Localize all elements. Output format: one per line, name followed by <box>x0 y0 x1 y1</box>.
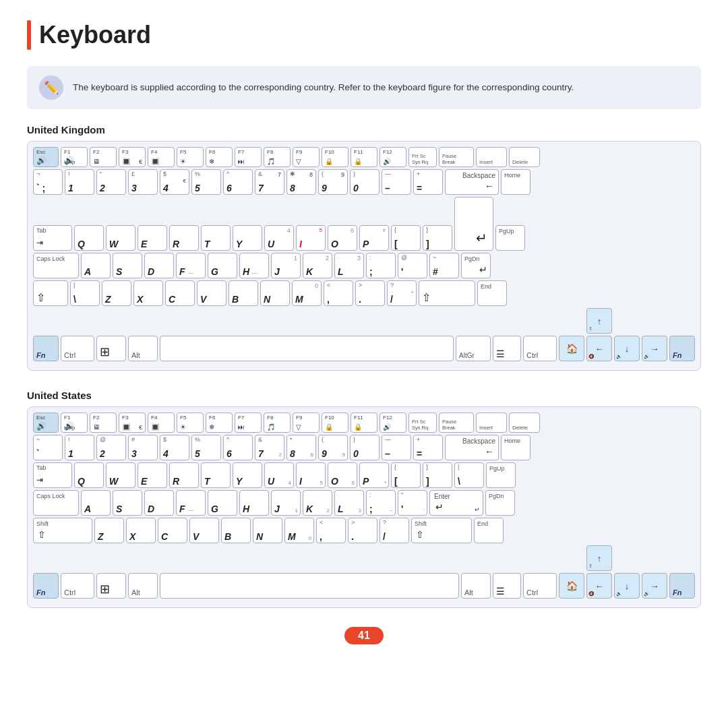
key-rshift-uk[interactable]: ⇧ <box>419 280 475 306</box>
key-a-uk[interactable]: A <box>81 253 111 278</box>
key-down-uk[interactable]: ↓ 🔉 <box>614 336 640 361</box>
key-6-uk[interactable]: ^ 6 <box>223 169 253 195</box>
key-f11[interactable]: F11 🔒 <box>351 147 377 167</box>
key-z-uk[interactable]: Z <box>102 280 131 306</box>
key-f1[interactable]: F1 Help 🔊 <box>61 147 88 167</box>
key-f-uk[interactable]: — F <box>176 253 206 278</box>
us-key-lalt[interactable]: Alt <box>128 573 158 599</box>
key-f6[interactable]: F6 ❄ <box>206 147 233 167</box>
us-key-i[interactable]: I 5 <box>296 462 326 488</box>
us-key-lctrl[interactable]: Ctrl <box>61 573 94 599</box>
us-key-o[interactable]: O 6 <box>328 462 357 488</box>
key-win-uk[interactable]: ⊞ <box>96 336 126 361</box>
key-n-uk[interactable]: N <box>260 280 290 306</box>
key-f5[interactable]: F5 ☀ <box>177 147 204 167</box>
key-backspace-uk[interactable]: Backspace ← <box>445 169 499 195</box>
key-capslock-uk[interactable]: Caps Lock <box>33 253 79 278</box>
us-key-f10[interactable]: F10 🔒 <box>322 413 348 433</box>
us-key-fn-right[interactable]: Fn <box>669 573 695 599</box>
key-q-uk[interactable]: Q <box>74 225 104 251</box>
us-key-a[interactable]: A <box>81 490 111 516</box>
us-key-backspace[interactable]: Backspace ← <box>445 435 499 460</box>
us-key-enter[interactable]: Enter ↵ ↵ <box>429 490 483 516</box>
us-key-semicolon[interactable]: : ; ~ <box>366 490 396 516</box>
us-key-y[interactable]: Y <box>233 462 262 488</box>
key-g-uk[interactable]: G <box>208 253 237 278</box>
us-key-tab[interactable]: Tab ⇥ <box>33 462 72 488</box>
key-enter-uk[interactable]: ↵ <box>454 197 493 251</box>
key-backslash-uk[interactable]: | \ <box>70 280 100 306</box>
us-key-comma[interactable]: < , <box>316 518 346 543</box>
us-key-8[interactable]: * 8 8 <box>286 435 316 460</box>
us-key-pause[interactable]: PauseBreak <box>439 413 474 433</box>
key-fn-uk[interactable]: Fn <box>33 336 59 361</box>
us-key-f12[interactable]: F12 🔊 <box>380 413 406 433</box>
key-lshift-uk[interactable]: ⇧ <box>33 280 68 306</box>
key-f10[interactable]: F10 🔒 <box>322 147 348 167</box>
key-altgr-uk[interactable]: AltGr <box>456 336 491 361</box>
key-esc[interactable]: Esc 🔊 <box>33 147 59 167</box>
key-left-uk[interactable]: ← 🔇 <box>586 336 612 361</box>
us-key-l[interactable]: L 3 <box>334 490 364 516</box>
key-f4[interactable]: F4 🔳 <box>148 147 175 167</box>
us-key-f4[interactable]: F4 🔳 <box>148 413 175 433</box>
us-key-j[interactable]: J 1 <box>271 490 301 516</box>
us-key-slash[interactable]: ? / <box>380 518 409 543</box>
key-8-uk[interactable]: ✱ 8 8 <box>286 169 316 195</box>
key-prtsc[interactable]: Prt ScSys Rq <box>408 147 437 167</box>
key-quote-uk[interactable]: @ ' <box>398 253 427 278</box>
key-insert[interactable]: Insert <box>476 147 507 167</box>
key-1-uk[interactable]: ! 1 <box>65 169 94 195</box>
key-x-uk[interactable]: X <box>133 280 163 306</box>
us-key-3[interactable]: # 3 <box>128 435 158 460</box>
key-rbracket-uk[interactable]: } ] <box>423 225 452 251</box>
key-s-uk[interactable]: S <box>113 253 142 278</box>
us-key-d[interactable]: D <box>144 490 174 516</box>
us-key-f8[interactable]: F8 🎵 <box>264 413 291 433</box>
us-key-4[interactable]: $ 4 <box>160 435 189 460</box>
key-h-uk[interactable]: — H <box>239 253 269 278</box>
key-7-uk[interactable]: & 7 7 <box>255 169 284 195</box>
key-end-uk[interactable]: End <box>477 280 507 306</box>
us-key-g[interactable]: G <box>208 490 237 516</box>
us-key-f7[interactable]: F7 ⏭ <box>235 413 262 433</box>
us-key-lshift[interactable]: Shift ⇧ <box>33 518 92 543</box>
us-key-k[interactable]: K 2 <box>303 490 332 516</box>
us-key-period[interactable]: > . <box>348 518 377 543</box>
key-t-uk[interactable]: T <box>201 225 231 251</box>
us-key-f5[interactable]: F5 ☀ <box>177 413 204 433</box>
us-key-b[interactable]: B <box>221 518 251 543</box>
us-key-z[interactable]: Z <box>94 518 124 543</box>
key-slash-uk[interactable]: ? + / <box>387 280 417 306</box>
key-y-uk[interactable]: Y <box>233 225 262 251</box>
us-key-m[interactable]: M 0 <box>284 518 314 543</box>
key-j-uk[interactable]: 1 J <box>271 253 301 278</box>
key-home-uk[interactable]: Home <box>501 169 530 195</box>
key-fn-right-uk[interactable]: Fn <box>669 336 695 361</box>
us-key-r[interactable]: R <box>169 462 199 488</box>
key-right-uk[interactable]: → 🔊 <box>642 336 667 361</box>
key-9-uk[interactable]: ( 9 9 <box>318 169 348 195</box>
us-key-s[interactable]: S <box>113 490 142 516</box>
key-semicolon-uk[interactable]: : ; <box>366 253 396 278</box>
us-key-f9[interactable]: F9 ▽ <box>293 413 320 433</box>
key-u-uk[interactable]: 4 U <box>264 225 294 251</box>
key-4-uk[interactable]: $ € 4 <box>160 169 189 195</box>
key-up-uk[interactable]: ↑ ⇧ <box>586 308 612 334</box>
key-o-uk[interactable]: 6 O <box>328 225 357 251</box>
us-key-u[interactable]: U 4 <box>264 462 294 488</box>
key-p-uk[interactable]: # P <box>359 225 389 251</box>
us-key-f1[interactable]: F1 Help 🔊 <box>61 413 88 433</box>
us-key-7[interactable]: & 7 2 <box>255 435 284 460</box>
us-key-c[interactable]: C <box>158 518 187 543</box>
us-key-rshift[interactable]: Shift ⇧ <box>411 518 472 543</box>
key-0-uk[interactable]: ) 0 <box>350 169 380 195</box>
us-key-1[interactable]: ! 1 <box>65 435 94 460</box>
us-key-prtsc[interactable]: Prt ScSys Rq <box>408 413 437 433</box>
key-equals-uk[interactable]: + = <box>413 169 443 195</box>
us-key-equals[interactable]: + = <box>413 435 443 460</box>
us-key-lbracket[interactable]: { [ <box>391 462 421 488</box>
us-key-5[interactable]: % 5 <box>191 435 221 460</box>
us-key-right[interactable]: → 🔊 <box>642 573 667 599</box>
key-k-uk[interactable]: 2 K <box>303 253 332 278</box>
